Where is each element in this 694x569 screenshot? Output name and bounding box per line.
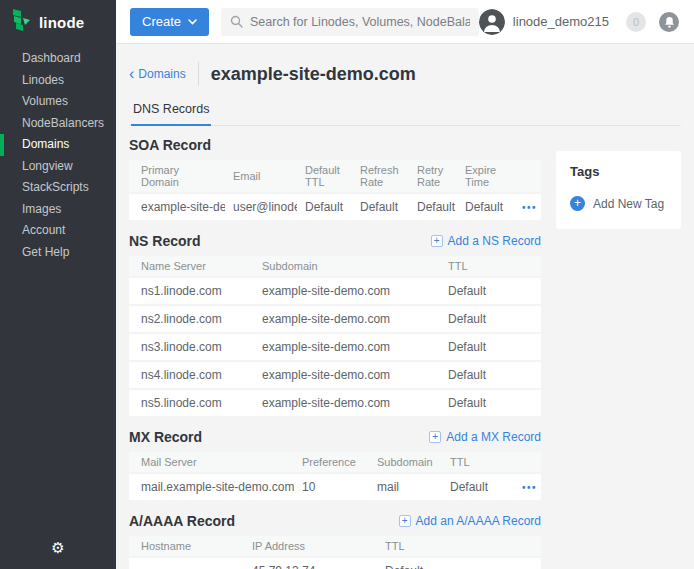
global-search[interactable] [221,8,479,36]
column-header: Email [225,160,297,193]
column-header: TTL [442,452,514,473]
section-head: MX Record+Add a MX Record [129,428,541,446]
tags-panel-title: Tags [570,164,667,179]
sidebar-item-linodes[interactable]: Linodes [0,70,116,92]
tab-dns-records[interactable]: DNS Records [131,98,211,126]
add-tag-plus-icon: + [570,196,585,211]
add-new-tag-button[interactable]: + Add New Tag [570,196,667,211]
settings-gear-icon[interactable]: ⚙ [0,539,116,557]
column-header: Primary Domain [129,160,225,193]
column-header: Name Server [129,256,254,277]
table-cell: ns3.linode.com [129,333,254,361]
add-record-link-mx[interactable]: +Add a MX Record [429,430,541,444]
column-header: Expire Time [457,160,514,193]
table-cell: example-site-demo.com [254,305,440,333]
table-cell: example-site-demo.com [254,277,440,305]
sidebar-item-stackscripts[interactable]: StackScripts [0,177,116,199]
sidebar-item-longview[interactable]: Longview [0,156,116,178]
column-header: Hostname [129,536,244,557]
column-header: Subdomain [254,256,440,277]
add-record-link-ns[interactable]: +Add a NS Record [431,234,541,248]
breadcrumb: ‹ Domains example-site-demo.com [129,62,681,86]
row-actions-menu-button[interactable]: ••• [522,202,537,213]
table-row: 45.79.13.74Default••• [129,557,541,569]
table-cell: mail.example-site-demo.com [129,473,294,501]
tab-bar: DNS Records [129,98,681,126]
table-row: mail.example-site-demo.com10mailDefault•… [129,473,541,501]
records-table-mx: Mail ServerPreferenceSubdomainTTLmail.ex… [129,452,541,502]
content-row: SOA RecordPrimary DomainEmailDefault TTL… [129,126,681,569]
add-record-label: Add a MX Record [446,430,541,444]
page-title: example-site-demo.com [211,64,416,85]
search-input[interactable] [250,15,470,29]
table-row: ns2.linode.comexample-site-demo.comDefau… [129,305,541,333]
breadcrumb-back-label: Domains [138,67,185,81]
column-header: Refresh Rate [352,160,409,193]
column-header: Subdomain [369,452,442,473]
username[interactable]: linode_demo215 [513,14,609,29]
table-cell: ns5.linode.com [129,389,254,417]
column-header-actions [514,536,541,557]
column-header: Default TTL [297,160,352,193]
table-cell: Default [440,389,541,417]
record-section-mx: MX Record+Add a MX RecordMail ServerPref… [129,428,541,502]
table-cell: Default [440,305,541,333]
table-cell: Default [457,193,514,221]
column-header: TTL [377,536,514,557]
sidebar-item-nodebalancers[interactable]: NodeBalancers [0,113,116,135]
column-header: Mail Server [129,452,294,473]
sidebar-item-volumes[interactable]: Volumes [0,91,116,113]
sidebar-item-dashboard[interactable]: Dashboard [0,48,116,70]
section-title: SOA Record [129,137,211,153]
search-icon [230,15,243,28]
sidebar-item-images[interactable]: Images [0,199,116,221]
table-row: ns5.linode.comexample-site-demo.comDefau… [129,389,541,417]
table-cell: Default [352,193,409,221]
add-record-plus-icon: + [429,431,441,443]
add-record-plus-icon: + [399,515,411,527]
table-row: ns1.linode.comexample-site-demo.comDefau… [129,277,541,305]
section-title: MX Record [129,429,202,445]
table-cell: Default [297,193,352,221]
sidebar-item-get-help[interactable]: Get Help [0,242,116,264]
row-actions-menu-button[interactable]: ••• [522,482,537,493]
chevron-down-icon [188,19,197,25]
record-section-a: A/AAAA Record+Add an A/AAAA RecordHostna… [129,512,541,569]
linode-logo-icon [11,8,32,37]
records-table-a: HostnameIP AddressTTL45.79.13.74Default•… [129,536,541,569]
table-cell [129,557,244,569]
user-area: linode_demo215 0 [479,9,679,35]
sidebar-item-domains[interactable]: Domains [0,134,116,156]
sidebar-item-account[interactable]: Account [0,220,116,242]
notification-bell-icon[interactable] [659,12,679,32]
table-cell: Default [440,277,541,305]
table-cell: Default [440,333,541,361]
create-button-label: Create [142,14,181,29]
section-head: SOA Record [129,136,541,154]
section-title: NS Record [129,233,201,249]
notification-count-badge[interactable]: 0 [626,12,646,32]
column-header: IP Address [244,536,377,557]
top-bar: Create linode_demo215 0 [116,0,694,44]
column-header-actions [514,160,541,193]
table-cell: 45.79.13.74 [244,557,377,569]
add-tag-label: Add New Tag [593,197,664,211]
table-cell: Default [409,193,457,221]
chevron-left-icon: ‹ [129,69,134,79]
records-table-soa: Primary DomainEmailDefault TTLRefresh Ra… [129,160,541,222]
section-head: NS Record+Add a NS Record [129,232,541,250]
add-record-link-a[interactable]: +Add an A/AAAA Record [399,514,541,528]
column-header: TTL [440,256,541,277]
table-cell: 10 [294,473,369,501]
sidebar-nav: DashboardLinodesVolumesNodeBalancersDoma… [0,48,116,263]
table-cell: example-site-demo.com [254,389,440,417]
create-button[interactable]: Create [130,8,209,36]
user-avatar[interactable] [479,9,505,35]
linode-logo[interactable]: linode [0,0,116,44]
column-header: Preference [294,452,369,473]
section-title: A/AAAA Record [129,513,235,529]
breadcrumb-back-link[interactable]: ‹ Domains [129,67,186,81]
logo-text: linode [39,14,84,31]
table-cell: ns2.linode.com [129,305,254,333]
table-cell: mail [369,473,442,501]
